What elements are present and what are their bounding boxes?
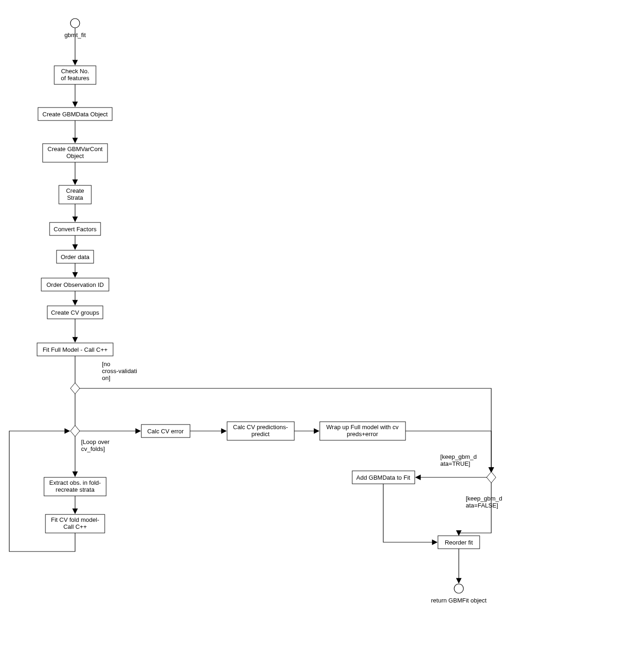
box-order-obs-id-label: Order Observation ID [46,281,104,288]
end-node [454,584,463,593]
box-create-strata-label-1: Create [66,187,84,194]
label-no-cv-2: cross-validati [102,368,137,374]
box-order-data-label: Order data [61,254,90,260]
start-node [70,19,80,28]
box-calc-cv-pred-label-1: Calc CV predictions- [233,424,288,431]
label-no-cv-3: on] [102,374,110,381]
box-wrap-up-label-1: Wrap up Full model with cv [326,424,399,431]
box-calc-cv-error-label: Calc CV error [147,428,184,435]
box-fit-full-model-label: Fit Full Model - Call C++ [43,346,108,353]
label-loop-2: cv_folds] [81,445,105,452]
label-keep-true-1: [keep_gbm_d [440,453,477,460]
label-keep-false-1: [keep_gbm_d [466,495,502,502]
box-calc-cv-pred-label-2: predict [251,431,269,437]
box-create-strata-label-2: Strata [67,194,83,201]
box-create-gbmdata-label: Create GBMData Object [43,111,108,118]
label-no-cv-1: [no [102,361,110,368]
box-extract-obs-label-2: recreate strata [56,486,95,493]
decision-no-cv [70,383,80,394]
end-label: return GBMFit object [431,597,487,604]
box-convert-factors-label: Convert Factors [54,226,97,233]
box-create-varcont-label-2: Object [66,152,84,159]
edge-keep-false-to-reorder [459,483,491,535]
decision-keep-gbm [487,472,496,483]
box-reorder-fit-label: Reorder fit [445,539,473,546]
decision-loop-cv [70,425,80,437]
flowchart-canvas: gbmt_fit Check No. of features Create GB… [0,0,621,672]
label-keep-true-2: ata=TRUE] [440,460,470,467]
edge-add-to-reorder [383,484,437,542]
box-fit-cv-fold-label-1: Fit CV fold model- [51,516,99,523]
label-keep-false-2: ata=FALSE] [466,502,498,509]
box-check-features-label-1: Check No. [61,68,89,75]
box-create-varcont-label-1: Create GBMVarCont [48,146,103,152]
box-add-gbmdata-label: Add GBMData to Fit [356,474,411,481]
box-extract-obs-label-1: Extract obs. in fold- [49,479,101,486]
box-create-cv-groups-label: Create CV groups [51,309,100,316]
box-check-features-label-2: of features [61,75,89,82]
box-fit-cv-fold-label-2: Call C++ [63,523,87,530]
box-wrap-up-label-2: preds+error [347,431,378,437]
label-loop-1: [Loop over [81,438,110,445]
